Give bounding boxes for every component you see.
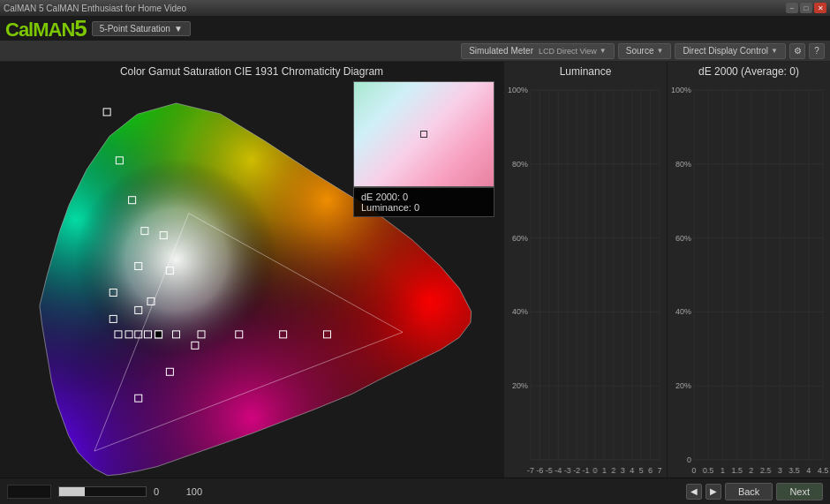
black-swatch: [7, 485, 51, 499]
swatch-cursor: [420, 131, 427, 138]
help-button[interactable]: ?: [809, 43, 825, 59]
bottom-bar: 0 100 ◀ ▶ Back Next: [0, 478, 830, 504]
progress-counter: 0 100: [154, 486, 202, 497]
minimize-button[interactable]: −: [786, 3, 798, 13]
de2000-chart: [668, 83, 830, 478]
luminance-value: Luminance: 0: [361, 202, 487, 213]
back-button[interactable]: Back: [725, 483, 773, 500]
luminance-panel: Luminance: [503, 62, 667, 478]
title-text: CalMAN 5 CalMAN Enthusiast for Home Vide…: [4, 4, 186, 13]
progress-fill: [59, 487, 85, 496]
progress-bar: [58, 486, 147, 497]
de2000-title: dE 2000 (Average: 0): [668, 62, 830, 81]
app-header: CalMAN5 5-Point Saturation ▼: [0, 16, 830, 41]
bottom-right: ◀ ▶ Back Next: [686, 483, 823, 500]
luminance-title: Luminance: [504, 62, 667, 81]
de2000-value: dE 2000: 0: [361, 192, 487, 202]
workflow-dropdown-arrow: ▼: [174, 24, 183, 34]
cie-panel: Color Gamut Saturation CIE 1931 Chromati…: [0, 62, 503, 478]
display-control-arrow: ▼: [771, 47, 778, 55]
main-content: Color Gamut Saturation CIE 1931 Chromati…: [0, 62, 830, 478]
title-bar: CalMAN 5 CalMAN Enthusiast for Home Vide…: [0, 0, 830, 16]
app-logo: CalMAN5: [5, 15, 87, 42]
swatch-info: dE 2000: 0 Luminance: 0: [353, 187, 494, 217]
prev-arrow-button[interactable]: ◀: [686, 484, 702, 500]
maximize-button[interactable]: □: [800, 3, 812, 13]
source-button[interactable]: Source ▼: [618, 43, 672, 59]
simulated-meter-arrow: ▼: [600, 47, 607, 55]
workflow-button[interactable]: 5-Point Saturation ▼: [92, 21, 191, 36]
de2000-panel: dE 2000 (Average: 0): [667, 62, 830, 478]
simulated-meter-button[interactable]: Simulated Meter LCD Direct View ▼: [461, 43, 615, 59]
source-arrow: ▼: [656, 47, 663, 55]
direct-display-control-button[interactable]: Direct Display Control ▼: [675, 43, 786, 59]
toolbar: Simulated Meter LCD Direct View ▼ Source…: [0, 41, 830, 62]
color-swatch: [353, 81, 494, 187]
close-button[interactable]: ✕: [814, 3, 826, 13]
swatch-panel: dE 2000: 0 Luminance: 0: [353, 81, 494, 217]
settings-button[interactable]: ⚙: [789, 43, 805, 59]
next-button[interactable]: Next: [776, 483, 823, 500]
cie-title: Color Gamut Saturation CIE 1931 Chromati…: [0, 62, 503, 79]
next-arrow-button[interactable]: ▶: [706, 484, 721, 500]
bottom-left: 0 100: [7, 485, 202, 499]
luminance-chart: [504, 83, 667, 478]
